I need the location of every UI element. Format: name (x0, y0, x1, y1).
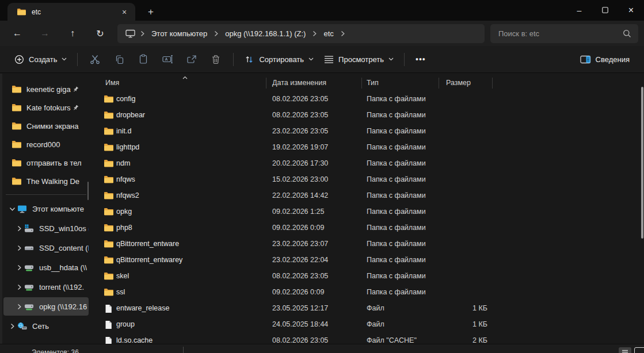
system-drive-icon (24, 224, 34, 233)
details-button[interactable]: Сведения (575, 51, 635, 68)
breadcrumb[interactable]: Этот компьютер opkg (\\192.168.1.1) (Z:)… (117, 24, 485, 43)
file-row[interactable]: config08.02.2026 23:05Папка с файлами (92, 91, 644, 108)
file-row[interactable]: qBittorrent_entware23.02.2026 23:07Папка… (92, 236, 644, 252)
folder-icon (17, 8, 26, 16)
file-type: Папка с файлами (367, 127, 426, 135)
file-name: php8 (116, 224, 132, 232)
search-input[interactable] (497, 29, 623, 39)
file-date: 08.02.2026 23:05 (272, 336, 328, 344)
chevron-down-icon (308, 57, 314, 61)
breadcrumb-item[interactable]: Этот компьютер (147, 29, 211, 38)
column-header-type[interactable]: Тип (367, 79, 379, 87)
refresh-button[interactable]: ↻ (90, 24, 110, 43)
chevron-down-icon (388, 57, 394, 61)
column-header-name[interactable]: Имя (105, 79, 119, 87)
breadcrumb-item[interactable]: opkg (\\192.168.1.1) (Z:) (221, 29, 310, 38)
chevron-right-icon[interactable] (14, 225, 24, 232)
search-box[interactable] (490, 24, 638, 43)
sidebar-item[interactable]: The Walking De (3, 172, 89, 190)
folder-icon (12, 122, 21, 130)
close-button[interactable]: × (618, 0, 644, 20)
sidebar-item[interactable]: SSD_win10os ( (3, 219, 89, 237)
file-row[interactable]: qBittorrent_entwarey23.02.2026 22:04Папк… (92, 252, 644, 268)
minimize-button[interactable]: – (566, 0, 592, 20)
file-type: Папка с файлами (367, 272, 426, 280)
up-button[interactable]: ↑ (63, 24, 82, 43)
file-row[interactable]: group24.05.2025 18:44Файл1 КБ (92, 317, 644, 333)
file-row[interactable]: php809.02.2026 0:09Папка с файлами (92, 220, 644, 236)
file-row[interactable]: ssl09.02.2026 0:09Папка с файлами (92, 285, 644, 301)
sidebar-item[interactable]: отправить в тел (3, 154, 89, 171)
file-type: Папка с файлами (367, 208, 426, 216)
copy-button[interactable] (107, 49, 131, 69)
file-row[interactable]: nfqws15.02.2026 23:00Папка с файлами (92, 172, 644, 188)
file-size: 1 КБ (423, 304, 487, 312)
details-view-toggle[interactable] (619, 347, 631, 353)
sort-button[interactable]: Сортировать (239, 51, 319, 68)
address-bar: ← → ↑ ↻ Этот компьютер opkg (\\192.168.1… (0, 21, 644, 46)
column-header-size[interactable]: Размер (446, 79, 471, 87)
file-row[interactable]: ndm20.02.2026 17:30Папка с файлами (92, 156, 644, 172)
column-divider[interactable] (361, 78, 362, 89)
chevron-right-icon[interactable] (7, 323, 17, 329)
column-divider[interactable] (266, 78, 266, 89)
cut-button[interactable] (83, 49, 107, 69)
view-button[interactable]: Просмотреть (319, 52, 399, 67)
chevron-right-icon[interactable] (14, 245, 24, 251)
file-row[interactable]: nfqws222.02.2026 14:42Папка с файлами (92, 188, 644, 204)
search-icon[interactable] (623, 29, 631, 38)
sidebar-item[interactable]: SSD_content (D (3, 239, 89, 257)
sidebar-item[interactable]: Kate fotokurs (3, 99, 89, 116)
file-row[interactable]: opkg09.02.2026 1:25Папка с файлами (92, 204, 644, 220)
file-date: 15.02.2026 23:00 (272, 175, 328, 183)
more-button[interactable]: ••• (410, 51, 432, 67)
delete-button[interactable] (204, 49, 228, 69)
chevron-down-icon[interactable] (7, 207, 17, 211)
file-row[interactable]: init.d23.02.2026 23:05Папка с файлами (92, 124, 644, 140)
sidebar-item-label: SSD_win10os ( (39, 224, 89, 233)
sidebar-item[interactable]: Сеть (3, 317, 89, 335)
new-tab-button[interactable]: + (143, 5, 158, 20)
sidebar-item[interactable]: record000 (3, 136, 89, 153)
sidebar-item[interactable]: torrent (\\192. (3, 278, 89, 296)
file-row[interactable]: skel08.02.2026 23:05Папка с файлами (92, 268, 644, 285)
file-size: 2 КБ (423, 336, 487, 344)
list-scrollbar[interactable] (641, 87, 643, 239)
file-name: skel (116, 272, 129, 280)
breadcrumb-item[interactable]: etc (319, 29, 337, 38)
file-row[interactable]: dropbear08.02.2026 23:05Папка с файлами (92, 108, 644, 124)
forward-button[interactable]: → (35, 24, 55, 43)
sidebar-item[interactable]: opkg (\\192.16 (3, 297, 89, 316)
back-button[interactable]: ← (7, 24, 27, 43)
column-header-date[interactable]: Дата изменения (272, 79, 326, 87)
chevron-right-icon[interactable] (14, 264, 24, 271)
share-button[interactable] (180, 49, 204, 69)
file-type: Папка с файлами (367, 224, 426, 232)
sidebar-scrollbar[interactable] (87, 182, 89, 200)
file-type: Папка с файлами (367, 256, 426, 264)
new-button[interactable]: Создать (9, 51, 72, 68)
file-type: Папка с файлами (367, 111, 426, 119)
column-divider[interactable] (492, 78, 493, 89)
file-row[interactable]: lighttpd19.02.2026 19:07Папка с файлами (92, 140, 644, 156)
column-divider[interactable] (439, 78, 439, 89)
maximize-button[interactable] (592, 0, 618, 20)
file-date: 23.02.2026 23:07 (272, 240, 328, 248)
tab-close-icon[interactable]: × (119, 7, 129, 17)
file-row[interactable]: entware_release23.05.2025 12:17Файл1 КБ (92, 301, 644, 317)
network-drive-icon (24, 302, 34, 311)
paste-button[interactable] (131, 49, 155, 69)
tab-etc[interactable]: etc × (7, 3, 135, 21)
rename-button[interactable] (155, 49, 180, 69)
sidebar-item[interactable]: usb__hdata (\\ (3, 258, 89, 277)
sidebar-item[interactable]: Этот компьюте (3, 199, 89, 218)
file-row[interactable]: ld.so.cache08.02.2026 23:05Файл "CACHE"2… (92, 333, 644, 344)
sidebar-item[interactable]: keenetic giga (3, 80, 89, 98)
toolbar-divider (404, 53, 405, 66)
chevron-right-icon[interactable] (14, 304, 24, 310)
file-name: entware_release (116, 304, 169, 312)
icons-view-toggle[interactable] (634, 347, 644, 353)
sidebar-item[interactable]: Снимки экрана (3, 117, 89, 135)
chevron-right-icon[interactable] (14, 284, 24, 290)
file-name: dropbear (116, 111, 145, 119)
